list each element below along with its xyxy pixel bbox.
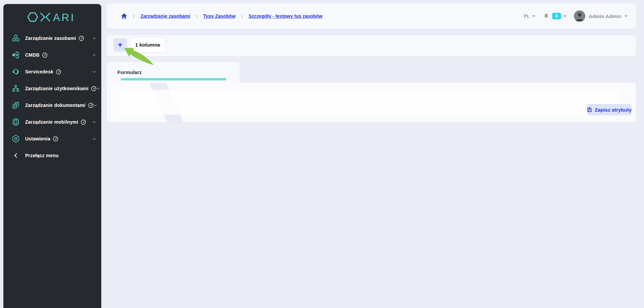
sidebar-item-label: CMDB (25, 52, 40, 58)
sidebar-item-zarzadzanie-uzytkownikami[interactable]: Zarządzanie użytkownikami (3, 80, 101, 97)
sidebar-item-label: Zarządzanie zasobami (25, 36, 76, 41)
sidebar-item-ustawienia[interactable]: Ustawienia (3, 130, 101, 147)
top-bar: Zarządzanie zasobami Typy Zasobów Szczeg… (107, 3, 636, 29)
chevron-down-icon (93, 54, 96, 56)
breadcrumb-link-typy-zasobow[interactable]: Typy Zasobów (203, 13, 235, 19)
gauge-icon (56, 69, 61, 75)
attributes-panel: Zapisz atrybuty (121, 90, 621, 115)
gauge-icon (42, 52, 48, 58)
tab-formularz[interactable]: Formularz (107, 62, 239, 83)
oxari-logo: ARI (3, 4, 101, 23)
chevron-down-icon (160, 44, 161, 46)
sidebar-item-label: Zarządzanie użytkownikami (25, 86, 89, 91)
caret-down-icon (625, 15, 627, 17)
home-icon[interactable] (121, 13, 127, 19)
sidebar-item-label: Zarządzanie dokumentami (25, 103, 86, 108)
chevron-right-icon (241, 14, 243, 18)
documents-icon (11, 101, 20, 110)
chevron-right-icon (196, 14, 198, 18)
sidebar-menu: Zarządzanie zasobami (3, 30, 101, 164)
bell-icon (543, 13, 549, 19)
notifications-menu[interactable]: 0 (543, 13, 567, 19)
form-toolbar: + 1 kolumna (107, 35, 636, 56)
sidebar: ARI Zarządzanie zasobami (3, 4, 101, 308)
chevron-down-icon (93, 121, 96, 123)
top-right-controls: PL 0 Admin Admin (524, 10, 627, 22)
gauge-icon (80, 119, 86, 125)
breadcrumb-link-zarzadzanie-zasobami[interactable]: Zarządzanie zasobami (141, 13, 190, 19)
caret-down-icon (532, 15, 535, 17)
chevron-right-icon (133, 14, 135, 18)
sidebar-item-label: Servicedesk (25, 69, 53, 74)
sidebar-item-zarzadzanie-zasobami[interactable]: Zarządzanie zasobami (3, 30, 101, 47)
oxari-logo-icon: ARI (27, 11, 78, 23)
language-label: PL (524, 13, 530, 19)
chevron-down-icon (93, 37, 96, 40)
sidebar-toggle-label: Przełącz menu (25, 153, 59, 158)
form-content-card: Zapisz atrybuty (107, 83, 636, 122)
gauge-icon (88, 103, 94, 108)
users-icon (11, 84, 20, 93)
chevron-down-icon (94, 104, 97, 107)
app-root: ARI Zarządzanie zasobami (0, 0, 644, 308)
tab-label: Formularz (117, 69, 142, 75)
mobile-icon (11, 118, 20, 126)
breadcrumb-link-szczegoly[interactable]: Szczegóły - testowy typ zasobów (249, 13, 322, 19)
gauge-icon (91, 86, 97, 91)
save-icon (587, 107, 592, 113)
assets-icon (11, 34, 20, 43)
sidebar-item-label: Ustawienia (25, 136, 50, 141)
gauge-icon (53, 136, 58, 142)
gauge-icon (78, 36, 84, 41)
chevron-down-icon (93, 71, 96, 73)
active-tab-indicator (121, 78, 226, 80)
add-attribute-button[interactable]: + (113, 38, 127, 52)
sidebar-item-servicedesk[interactable]: Servicedesk (3, 63, 101, 80)
sidebar-item-zarzadzanie-mobilnymi[interactable]: Zarządzanie mobilnymi (3, 114, 101, 130)
sidebar-item-label: Zarządzanie mobilnymi (25, 119, 78, 125)
caret-down-icon (564, 15, 567, 17)
svg-text:ARI: ARI (53, 12, 75, 23)
save-attributes-button[interactable]: Zapisz atrybuty (587, 104, 632, 115)
avatar (574, 10, 585, 22)
chevron-left-icon (11, 151, 20, 160)
breadcrumb: Zarządzanie zasobami Typy Zasobów Szczeg… (121, 13, 322, 19)
sidebar-toggle-menu[interactable]: Przełącz menu (3, 147, 101, 164)
user-name: Admin Admin (589, 13, 621, 19)
sidebar-item-zarzadzanie-dokumentami[interactable]: Zarządzanie dokumentami (3, 97, 101, 114)
notification-count-badge: 0 (552, 13, 561, 19)
chevron-down-icon (97, 87, 100, 90)
servicedesk-icon (11, 67, 20, 76)
columns-select[interactable]: 1 kolumna (130, 37, 166, 53)
user-menu[interactable]: Admin Admin (574, 10, 627, 22)
chevron-down-icon (93, 138, 96, 140)
language-selector[interactable]: PL (524, 13, 535, 19)
settings-icon (11, 134, 20, 143)
columns-select-value: 1 kolumna (135, 42, 160, 48)
save-button-label: Zapisz atrybuty (595, 107, 632, 113)
sidebar-item-cmdb[interactable]: CMDB (3, 47, 101, 63)
cmdb-icon (11, 51, 20, 59)
